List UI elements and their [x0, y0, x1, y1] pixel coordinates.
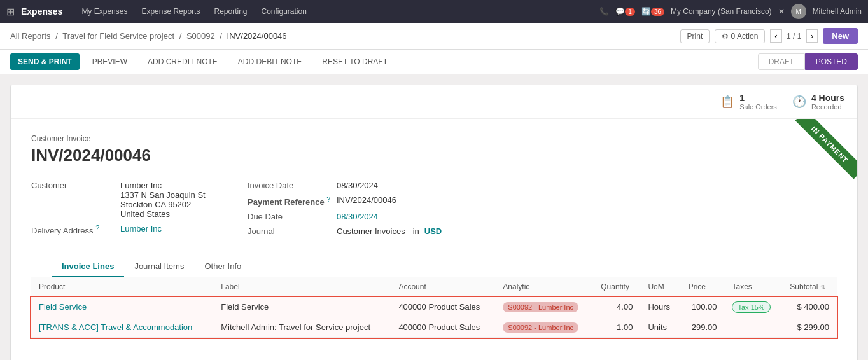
- table-header-row: Product Label Account Analytic Quantity …: [31, 277, 837, 297]
- hours-label: Recorded: [811, 103, 844, 111]
- row1-taxes: Tax 15%: [724, 297, 782, 317]
- send-print-button[interactable]: SEND & PRINT: [10, 53, 80, 70]
- row2-account: 400000 Product Sales: [391, 317, 495, 338]
- company-name: My Company (San Francisco): [671, 7, 772, 16]
- row1-quantity: 4.00: [593, 297, 640, 317]
- col-account: Account: [391, 277, 495, 297]
- row1-account: 400000 Product Sales: [391, 297, 495, 317]
- breadcrumb-current: INV/2024/00046: [227, 31, 287, 41]
- journal-currency[interactable]: USD: [424, 226, 442, 236]
- col-product: Product: [31, 277, 213, 297]
- row2-taxes: [724, 317, 782, 338]
- row1-uom: Hours: [640, 297, 680, 317]
- gear-icon: ⚙: [722, 32, 729, 41]
- nav-expense-reports[interactable]: Expense Reports: [136, 7, 205, 16]
- action-button[interactable]: ⚙ ⚙ Action 0 Action: [715, 29, 765, 43]
- sale-orders-badge[interactable]: 📋 1 Sale Orders: [720, 93, 777, 111]
- customer-name[interactable]: Lumber Inc: [120, 181, 206, 190]
- print-button[interactable]: Print: [680, 29, 710, 43]
- due-date-label: Due Date: [248, 212, 337, 221]
- row1-subtotal: $ 400.00: [782, 297, 837, 317]
- breadcrumb-s00092[interactable]: S00092: [186, 31, 215, 41]
- add-credit-note-button[interactable]: ADD CREDIT NOTE: [140, 53, 225, 70]
- user-name: Mitchell Admin: [813, 7, 862, 16]
- nav-reporting[interactable]: Reporting: [209, 7, 252, 16]
- col-uom: UoM: [640, 277, 680, 297]
- status-draft[interactable]: DRAFT: [758, 53, 805, 70]
- apps-icon[interactable]: ⊞: [6, 6, 15, 18]
- row1-product: Field Service: [31, 297, 213, 317]
- col-price: Price: [681, 277, 725, 297]
- invoice-date-row: Invoice Date 08/30/2024: [248, 181, 837, 190]
- address-line3: United States: [120, 209, 170, 219]
- chat-icon[interactable]: 💬1: [615, 7, 635, 16]
- customer-label: Customer: [31, 181, 120, 190]
- nav-my-expenses[interactable]: My Expenses: [76, 7, 132, 16]
- col-subtotal: Subtotal ⇅: [782, 277, 837, 297]
- col-analytic: Analytic: [495, 277, 593, 297]
- status-posted[interactable]: POSTED: [805, 53, 858, 70]
- invoice-date-label: Invoice Date: [248, 181, 337, 190]
- new-button[interactable]: New: [823, 28, 858, 44]
- tab-invoice-lines[interactable]: Invoice Lines: [52, 256, 124, 277]
- sort-icon[interactable]: ⇅: [820, 284, 825, 291]
- clock-recorded-icon: 🕐: [792, 95, 806, 109]
- payment-reference-label: Payment Reference ?: [248, 195, 337, 207]
- delivery-address-value[interactable]: Lumber Inc: [120, 224, 162, 233]
- top-navigation: ⊞ Expenses My Expenses Expense Reports R…: [0, 0, 868, 23]
- sale-orders-icon: 📋: [720, 95, 734, 109]
- row2-uom: Units: [640, 317, 680, 338]
- info-badges: 📋 1 Sale Orders 🕐 4 Hours Recorded: [11, 85, 857, 119]
- status-pills: DRAFT POSTED: [758, 53, 858, 70]
- hours-count: 4 Hours: [811, 93, 844, 103]
- delivery-question-icon[interactable]: ?: [95, 224, 99, 232]
- breadcrumb: All Reports / Travel for Field Service p…: [10, 31, 680, 41]
- page-prev-button[interactable]: ‹: [770, 29, 781, 43]
- tab-journal-items[interactable]: Journal Items: [124, 256, 194, 277]
- journal-value-row: Customer Invoices in USD: [337, 226, 442, 236]
- page-next-button[interactable]: ›: [806, 29, 818, 43]
- phone-icon[interactable]: 📞: [599, 7, 609, 16]
- payment-reference-row: Payment Reference ? INV/2024/00046: [248, 195, 837, 207]
- invoice-body: IN PAYMENT Customer Invoice INV/2024/000…: [11, 119, 857, 360]
- due-date-row: Due Date 08/30/2024: [248, 212, 837, 221]
- journal-row: Journal Customer Invoices in USD: [248, 226, 837, 236]
- invoice-right: Invoice Date 08/30/2024 Payment Referenc…: [248, 181, 837, 241]
- settings-icon[interactable]: ✕: [778, 7, 785, 16]
- page-navigation: ‹ 1 / 1 ›: [770, 29, 818, 43]
- breadcrumb-bar: All Reports / Travel for Field Service p…: [0, 23, 868, 50]
- address-line2: Stockton CA 95202: [120, 200, 191, 209]
- invoice-details: Customer Lumber Inc 1337 N San Joaquin S…: [31, 181, 837, 241]
- table-row[interactable]: Field Service Field Service 400000 Produ…: [31, 297, 837, 317]
- delivery-address-row: Delivery Address ? Lumber Inc: [31, 224, 209, 235]
- table-container: Product Label Account Analytic Quantity …: [31, 277, 837, 348]
- due-date-value: 08/30/2024: [337, 212, 378, 221]
- invoice-type: Customer Invoice: [31, 134, 837, 143]
- breadcrumb-project[interactable]: Travel for Field Service project: [62, 31, 174, 41]
- preview-button[interactable]: PREVIEW: [85, 53, 135, 70]
- sale-orders-label: Sale Orders: [739, 103, 777, 111]
- clock-icon[interactable]: 🔄36: [641, 7, 664, 16]
- journal-value: Customer Invoices: [337, 226, 405, 236]
- hours-recorded-badge[interactable]: 🕐 4 Hours Recorded: [792, 93, 844, 111]
- user-avatar[interactable]: M: [791, 4, 806, 19]
- ribbon-wrapper: IN PAYMENT: [781, 119, 857, 195]
- breadcrumb-all-reports[interactable]: All Reports: [10, 31, 51, 41]
- in-payment-ribbon: IN PAYMENT: [795, 119, 857, 179]
- col-quantity: Quantity: [593, 277, 640, 297]
- customer-address: 1337 N San Joaquin St Stockton CA 95202 …: [120, 190, 206, 219]
- reset-to-draft-button[interactable]: RESET TO DRAFT: [314, 53, 395, 70]
- tab-other-info[interactable]: Other Info: [194, 256, 251, 277]
- add-debit-note-button[interactable]: ADD DEBIT NOTE: [230, 53, 309, 70]
- row1-label: Field Service: [213, 297, 391, 317]
- action-bar: SEND & PRINT PREVIEW ADD CREDIT NOTE ADD…: [0, 50, 868, 74]
- row2-analytic: S00092 - Lumber Inc: [495, 317, 593, 338]
- sale-orders-count: 1: [739, 93, 777, 103]
- table-row[interactable]: [TRANS & ACC] Travel & Accommodation Mit…: [31, 317, 837, 338]
- payment-ref-question-icon[interactable]: ?: [326, 195, 330, 203]
- app-name: Expenses: [21, 6, 62, 17]
- invoice-left: Customer Lumber Inc 1337 N San Joaquin S…: [31, 181, 209, 241]
- row1-analytic: S00092 - Lumber Inc: [495, 297, 593, 317]
- nav-configuration[interactable]: Configuration: [256, 7, 312, 16]
- invoice-table: Product Label Account Analytic Quantity …: [31, 277, 837, 338]
